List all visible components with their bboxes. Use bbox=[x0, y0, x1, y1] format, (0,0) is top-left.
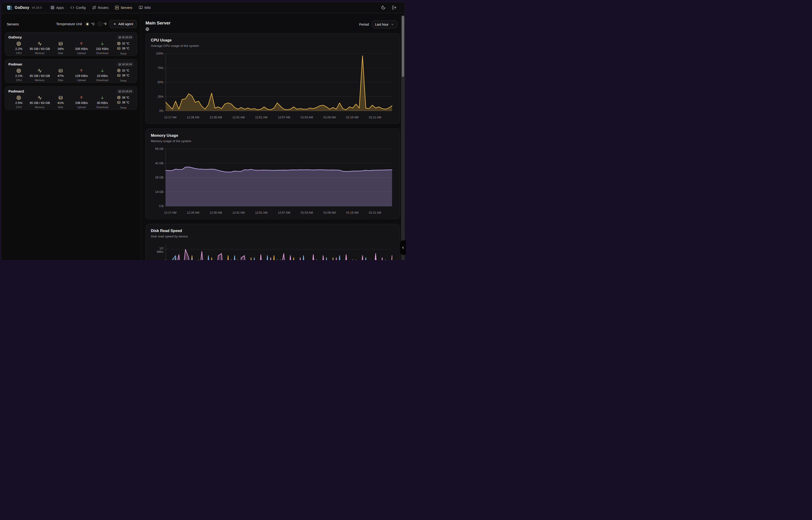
stat-label: CPU bbox=[16, 79, 22, 81]
stat-label: Download bbox=[96, 106, 108, 109]
stat-cpu: 2.5% CPU bbox=[8, 95, 29, 109]
stat-label: Memory bbox=[35, 52, 45, 54]
svg-text:12:51 AM: 12:51 AM bbox=[255, 211, 268, 214]
disk-temp-row: 38 °C bbox=[117, 73, 129, 78]
main-panel: Main Server Period Last hour CPU UsageAv… bbox=[141, 16, 405, 260]
page-title: Main Server bbox=[145, 21, 171, 26]
plus-icon bbox=[113, 22, 116, 26]
stat-disk: 16% Disk bbox=[50, 41, 71, 55]
hard-drive-icon bbox=[117, 101, 120, 104]
sidebar-title: Servers bbox=[7, 22, 19, 26]
svg-text:01:21 AM: 01:21 AM bbox=[369, 116, 381, 119]
brand-title: GoDoxy bbox=[15, 6, 29, 10]
radio-circle bbox=[85, 22, 89, 26]
stat-memory: 35 GB / 63 GB Memory bbox=[29, 41, 50, 55]
servers-sidebar: Servers Temperature Unit °C°F Add agent … bbox=[1, 16, 141, 260]
godoxy-logo bbox=[6, 4, 12, 11]
add-agent-button[interactable]: Add agent bbox=[110, 20, 137, 28]
svg-text:01:15 AM: 01:15 AM bbox=[346, 116, 359, 119]
chevron-left-icon bbox=[401, 246, 405, 250]
stat-label: Disk bbox=[58, 79, 63, 81]
nav-item-apps[interactable]: Apps bbox=[51, 6, 64, 9]
nav-item-routes[interactable]: Routes bbox=[92, 6, 109, 9]
arrow-down-icon bbox=[100, 41, 105, 46]
svg-text:12:26 AM: 12:26 AM bbox=[187, 211, 199, 214]
nav-items: AppsConfigRoutesServersWiki bbox=[51, 6, 150, 9]
server-card[interactable]: Podman @ 16:16:24 2.1% CPU 35 GB / 63 GB… bbox=[5, 59, 137, 83]
stat-upload: 335 KB/s Upload bbox=[71, 41, 92, 55]
period-select[interactable]: Last hour bbox=[372, 21, 397, 28]
server-icon bbox=[115, 6, 119, 9]
stat-temp: 32 °C 38 °C Temp bbox=[113, 68, 134, 82]
temperature-unit-radio-group: °C°F bbox=[85, 22, 107, 26]
stat-upload: 106 KB/s Upload bbox=[71, 95, 92, 109]
moon-icon[interactable] bbox=[381, 5, 386, 10]
svg-text:01:09 AM: 01:09 AM bbox=[324, 211, 336, 214]
svg-text:50%: 50% bbox=[158, 81, 163, 84]
nav-item-servers[interactable]: Servers bbox=[115, 6, 132, 9]
stat-cpu: 2.2% CPU bbox=[8, 41, 29, 55]
server-card[interactable]: Podman2 @ 16:16:24 2.5% CPU 35 GB / 63 G… bbox=[5, 86, 137, 110]
nav-item-config[interactable]: Config bbox=[70, 6, 86, 9]
svg-text:75%: 75% bbox=[158, 67, 163, 70]
stat-label: Upload bbox=[77, 52, 86, 54]
globe-icon bbox=[145, 27, 149, 31]
svg-text:01:03 AM: 01:03 AM bbox=[301, 211, 313, 214]
stat-disk: 47% Disk bbox=[50, 68, 71, 82]
cpu-temp-row: 32 °C bbox=[117, 41, 129, 46]
cpu-temp-row: 32 °C bbox=[117, 68, 129, 73]
svg-text:01:09 AM: 01:09 AM bbox=[324, 116, 336, 119]
hard-drive-icon bbox=[117, 47, 120, 50]
chart-card-memory-usage: Memory UsageMemory usage of the system56… bbox=[145, 129, 400, 219]
hard-drive-icon bbox=[58, 68, 63, 73]
brand-version: v0.18.0 bbox=[32, 6, 42, 9]
server-timestamp-badge: @ 16:16:24 bbox=[117, 62, 134, 67]
svg-text:12:35 AM: 12:35 AM bbox=[210, 211, 222, 214]
stat-label: Temp bbox=[120, 106, 127, 109]
arrow-down-icon bbox=[100, 95, 105, 100]
chart-title: Memory Usage bbox=[151, 133, 395, 138]
scrollbar-track[interactable] bbox=[401, 16, 404, 260]
stat-label: Upload bbox=[77, 79, 86, 81]
temp-unit-radio-celsius[interactable]: °C bbox=[85, 22, 95, 26]
cpu-icon bbox=[117, 69, 120, 72]
nav-item-wiki[interactable]: Wiki bbox=[139, 6, 150, 9]
book-open-icon bbox=[139, 6, 143, 9]
stat-label: CPU bbox=[16, 106, 22, 109]
stat-label: Download bbox=[96, 52, 108, 54]
nav-item-label: Routes bbox=[98, 6, 109, 9]
chart-subtitle: Memory usage of the system bbox=[151, 139, 395, 143]
temp-unit-radio-fahrenheit[interactable]: °F bbox=[98, 22, 107, 26]
svg-text:12:57 AM: 12:57 AM bbox=[278, 211, 290, 214]
svg-text:56 GB: 56 GB bbox=[155, 147, 163, 151]
stat-label: Upload bbox=[77, 106, 86, 109]
svg-text:42 GB: 42 GB bbox=[155, 162, 163, 165]
period-label: Period bbox=[359, 23, 369, 26]
svg-text:12:41 AM: 12:41 AM bbox=[232, 211, 245, 214]
svg-text:12:51 AM: 12:51 AM bbox=[255, 116, 268, 119]
chart-plot-memory-usage: 56 GB42 GB28 GB14 GB0 B12:17 AM12:26 AM1… bbox=[151, 146, 395, 215]
stat-label: CPU bbox=[16, 52, 22, 54]
svg-text:12:26 AM: 12:26 AM bbox=[187, 116, 199, 119]
logout-icon[interactable] bbox=[392, 5, 396, 10]
arrow-up-icon bbox=[79, 68, 84, 73]
stat-disk: 41% Disk bbox=[50, 95, 71, 109]
nav-right bbox=[381, 5, 400, 10]
server-card[interactable]: GoDoxy @ 16:16:24 2.2% CPU 35 GB / 63 GB… bbox=[5, 32, 137, 56]
nav-item-label: Servers bbox=[120, 6, 132, 9]
activity-icon bbox=[37, 68, 42, 73]
scrollbar-thumb[interactable] bbox=[402, 16, 404, 77]
disk-temp-row: 38 °C bbox=[117, 100, 129, 105]
disk-temp-row: 38 °C bbox=[117, 46, 129, 51]
svg-text:12:35 AM: 12:35 AM bbox=[210, 116, 222, 119]
drawer-toggle-tab[interactable] bbox=[400, 240, 406, 255]
stat-download: 23 KB/s Download bbox=[92, 68, 113, 82]
hard-drive-icon bbox=[117, 74, 120, 77]
chevron-down-icon bbox=[391, 23, 394, 26]
server-card-list: GoDoxy @ 16:16:24 2.2% CPU 35 GB / 63 GB… bbox=[5, 32, 137, 110]
svg-text:MB/s: MB/s bbox=[157, 250, 163, 254]
svg-text:12:41 AM: 12:41 AM bbox=[232, 116, 245, 119]
chart-plot-disk-read-speed: 1/2MB/s bbox=[151, 241, 395, 260]
arrow-up-icon bbox=[79, 41, 84, 46]
cpu-icon bbox=[17, 41, 21, 46]
